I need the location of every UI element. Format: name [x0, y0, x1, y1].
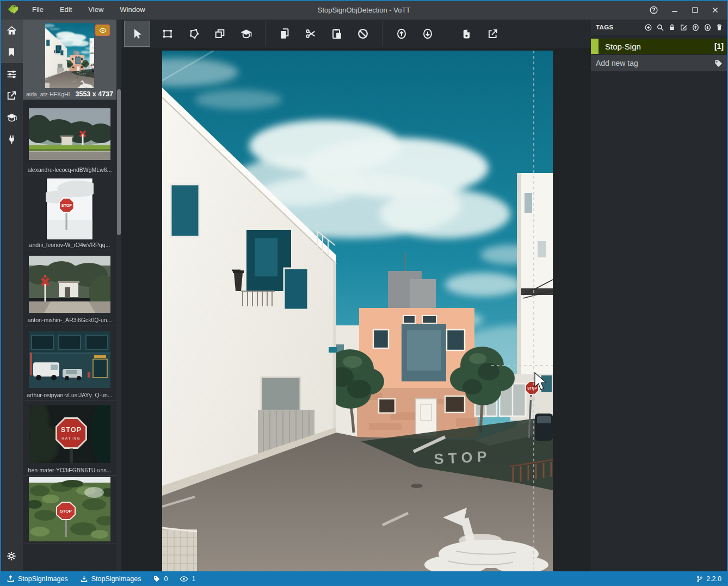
menu-bar: File Edit View Window	[24, 0, 153, 20]
tool-draw-rectangle[interactable]	[155, 21, 180, 46]
add-tag-input[interactable]	[596, 59, 714, 67]
menu-window[interactable]: Window	[112, 0, 153, 20]
tag-color-swatch[interactable]	[591, 39, 599, 54]
asset-item[interactable]: anton-mishin-_AR3i6Gck0Q-un...	[23, 250, 116, 325]
asset-item[interactable]: STOP HATING ben-mater-YO3iFGBN6TU-uns...	[23, 400, 116, 476]
vott-app-window: File Edit View Window StopSignObjDetecti…	[0, 0, 728, 586]
asset-thumbnail: STOP	[26, 178, 113, 239]
tool-remove-all-regions[interactable]	[350, 21, 375, 46]
tool-previous-asset[interactable]	[389, 21, 414, 46]
asset-item[interactable]: aida_atz-HFKgHI 3553 x 4737	[23, 20, 116, 100]
nav-tags-editor[interactable]	[0, 41, 23, 63]
tag-count-status: 0	[153, 575, 168, 583]
close-icon[interactable]	[711, 6, 719, 14]
nav-export[interactable]	[0, 85, 23, 107]
upload-icon	[7, 575, 15, 583]
tool-active-learning[interactable]	[233, 21, 258, 46]
branch-icon	[696, 575, 704, 583]
minimize-icon[interactable]	[670, 5, 679, 14]
nav-app-settings[interactable]	[0, 545, 23, 567]
tags-title: TAGS	[596, 24, 614, 30]
add-tag-icon[interactable]	[644, 23, 652, 32]
tool-draw-polygon[interactable]	[181, 21, 206, 46]
asset-list-scrollbar[interactable]	[116, 20, 121, 571]
tool-paste-regions[interactable]	[324, 21, 349, 46]
asset-list: aida_atz-HFKgHI 3553 x 4737	[23, 20, 116, 571]
tool-save-project[interactable]	[454, 21, 479, 46]
menu-file[interactable]: File	[24, 0, 52, 20]
asset-size: 3553 x 4737	[75, 90, 113, 98]
toolbar-separator	[447, 21, 447, 46]
asset-thumb-image: STOP	[46, 178, 94, 239]
window-controls	[649, 5, 728, 15]
asset-filename: ben-mater-YO3iFGBN6TU-uns...	[26, 467, 113, 473]
tag-name: Stop-Sign	[605, 42, 641, 51]
source-connection[interactable]: StopSignImages	[7, 575, 68, 583]
eye-icon	[99, 27, 107, 34]
tool-export-project[interactable]	[480, 21, 505, 46]
download-icon	[80, 575, 88, 583]
thumb-sign-text: STOP	[60, 509, 72, 514]
asset-thumb-image: STOP	[29, 477, 110, 541]
vott-logo-icon	[7, 4, 20, 16]
source-connection-label: StopSignImages	[18, 575, 68, 583]
nav-project-settings[interactable]	[0, 63, 23, 85]
move-tag-down-icon[interactable]	[704, 23, 712, 32]
target-connection[interactable]: StopSignImages	[80, 575, 141, 583]
asset-thumbnail	[26, 23, 113, 88]
tags-panel: TAGS Stop-Sign [1]	[591, 20, 728, 571]
asset-thumbnail: STOP HATING	[26, 404, 113, 465]
version-label: 2.2.0	[706, 575, 721, 583]
asset-thumbnail: STOP	[26, 479, 113, 540]
search-tags-icon[interactable]	[656, 23, 664, 32]
asset-item[interactable]: alexandre-lecocq-ndBWgMLw6...	[23, 100, 116, 175]
tool-select[interactable]	[125, 21, 150, 46]
asset-item[interactable]: arthur-osipyan-vLusIJAYy_Q-un...	[23, 325, 116, 400]
annotation-canvas[interactable]	[121, 48, 591, 571]
asset-thumbnail	[26, 254, 113, 314]
title-bar: File Edit View Window StopSignObjDetecti…	[0, 0, 728, 20]
editor-main	[121, 20, 591, 571]
asset-filename: arthur-osipyan-vLusIJAYy_Q-un...	[26, 392, 113, 398]
help-icon[interactable]	[649, 5, 658, 15]
lock-tags-icon[interactable]	[668, 23, 676, 31]
scrollbar-thumb[interactable]	[117, 89, 121, 235]
tool-cut-regions[interactable]	[298, 21, 323, 46]
tool-next-asset[interactable]	[415, 21, 440, 46]
eye-icon	[180, 575, 188, 583]
editor-toolbar	[121, 20, 591, 48]
add-tag-row	[591, 55, 728, 71]
nav-active-learning[interactable]	[0, 107, 23, 128]
tag-count-value: 0	[164, 575, 168, 583]
edit-tag-icon[interactable]	[680, 23, 688, 32]
maximize-icon[interactable]	[691, 6, 699, 14]
thumb-sign-subtext: HATING	[61, 436, 81, 440]
target-connection-label: StopSignImages	[91, 575, 141, 583]
delete-tag-icon[interactable]	[715, 23, 723, 31]
status-bar: StopSignImages StopSignImages 0 1 2.2.0	[0, 571, 728, 586]
asset-photo[interactable]	[162, 51, 553, 571]
nav-connections[interactable]	[0, 128, 23, 150]
menu-edit[interactable]: Edit	[52, 0, 80, 20]
asset-thumb-image	[29, 108, 110, 160]
move-tag-up-icon[interactable]	[692, 23, 700, 32]
asset-item[interactable]: STOP	[23, 476, 116, 544]
thumb-sign-text: STOP	[61, 203, 72, 208]
asset-filename: alexandre-lecocq-ndBWgMLw6...	[26, 166, 113, 173]
tag-item-stop-sign[interactable]: Stop-Sign [1]	[591, 39, 728, 54]
nav-home[interactable]	[0, 20, 23, 41]
asset-thumb-image	[45, 23, 94, 88]
asset-item[interactable]: STOP andrii_leonov-W_rO4wVRPqq...	[23, 175, 116, 250]
asset-thumb-image	[29, 331, 110, 388]
tool-copy-rectangle[interactable]	[207, 21, 232, 46]
app-version: 2.2.0	[696, 575, 721, 583]
asset-filename: aida_atz-HFKgHI	[26, 91, 70, 97]
menu-view[interactable]: View	[80, 0, 112, 20]
tag-icon	[153, 575, 161, 583]
nav-rail	[0, 20, 23, 571]
asset-thumbnail	[26, 103, 113, 164]
asset-thumb-image	[29, 256, 110, 313]
content-row: aida_atz-HFKgHI 3553 x 4737	[0, 20, 728, 571]
tool-copy-regions[interactable]	[272, 21, 297, 46]
asset-filename: andrii_leonov-W_rO4wVRPqq...	[26, 242, 113, 248]
